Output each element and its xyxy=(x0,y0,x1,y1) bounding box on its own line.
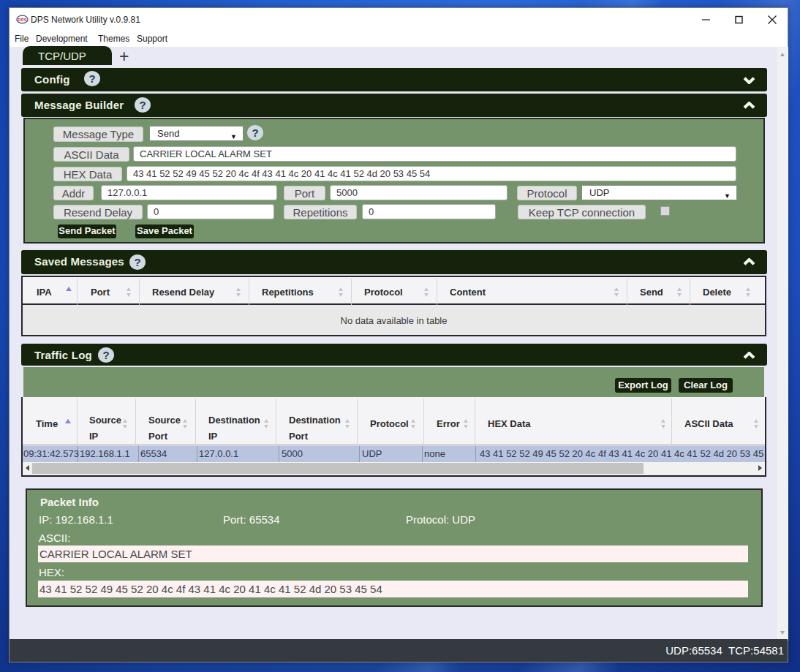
svg-text:DPS: DPS xyxy=(18,18,26,22)
